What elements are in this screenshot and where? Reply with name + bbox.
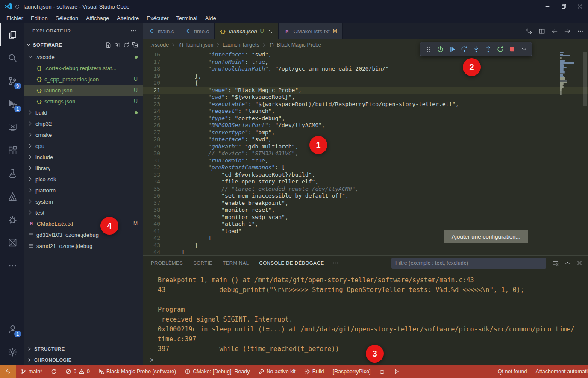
code-line-18[interactable]: 18 "armToolchainPath": "/opt/gcc-arm-non… — [143, 65, 588, 73]
code-line-25[interactable]: 25 "type": "cortex-debug", — [143, 115, 588, 122]
menu-edition[interactable]: Edition — [27, 14, 52, 22]
activity-testing[interactable] — [0, 162, 24, 185]
tree-item-library[interactable]: library — [24, 162, 143, 174]
activity-remote-explorer[interactable] — [0, 115, 24, 139]
step-into-button[interactable] — [470, 44, 482, 55]
activity-extensions[interactable] — [0, 139, 24, 162]
menu-sélection[interactable]: Sélection — [52, 14, 82, 22]
tree-item-.cortex-debug.registers.stat...[interactable]: {}.cortex-debug.registers.stat... — [24, 62, 143, 74]
tree-item-CMakeLists.txt[interactable]: MCMakeLists.txtM — [24, 218, 143, 229]
new-file-button[interactable] — [105, 42, 112, 48]
code-line-32[interactable]: 32 "preRestartCommands": [ — [143, 164, 588, 171]
code-line-30[interactable]: 30 // "device": "STM32L431VC", — [143, 150, 588, 157]
breadcrumb-item[interactable]: {}Black Magic Probe — [269, 42, 321, 48]
filter-input[interactable] — [391, 258, 546, 269]
tree-item-launch.json[interactable]: {}launch.jsonU — [24, 85, 143, 96]
close-panel-button[interactable] — [576, 260, 583, 266]
status-problems[interactable]: 00 — [61, 365, 94, 378]
status-git-branch[interactable]: main* — [16, 365, 47, 378]
more-button[interactable] — [518, 44, 529, 55]
activity-manage[interactable] — [0, 340, 24, 363]
menu-exécuter[interactable]: Exécuter — [143, 14, 172, 22]
refresh-explorer-button[interactable] — [123, 42, 129, 48]
maximize-button[interactable] — [556, 0, 572, 13]
tab-time.c[interactable]: Ctime.c — [179, 23, 215, 39]
code-line-36[interactable]: 36 "set mem inaccessible-by-default off"… — [143, 192, 588, 200]
tree-item-system[interactable]: system — [24, 196, 143, 207]
status-cmake-status[interactable]: CMake: [Debug]: Ready — [180, 365, 254, 378]
menu-terminal[interactable]: Terminal — [173, 14, 201, 22]
code-line-21[interactable]: 21 "name": "Black Magic Probe", — [143, 87, 588, 94]
breadcrumb-item[interactable]: {}launch.json — [178, 42, 213, 48]
step-out-button[interactable] — [482, 44, 494, 55]
code-line-20[interactable]: 20 { — [143, 80, 588, 87]
activity-additional-views[interactable] — [0, 254, 24, 277]
code-line-35[interactable]: 35 // "target extended-remote /dev/ttyAC… — [143, 186, 588, 193]
tree-item-platform[interactable]: platform — [24, 185, 143, 196]
add-configuration-button[interactable]: Ajouter une configuration... — [444, 230, 528, 243]
tree-item-pico-sdk[interactable]: pico-sdk — [24, 174, 143, 185]
section-chronologie[interactable]: CHRONOLOGIE — [24, 354, 143, 365]
status-cmake-build[interactable]: Build — [300, 365, 329, 378]
tree-item-.vscode[interactable]: .vscode — [24, 51, 143, 62]
panel-tab-SORTIE[interactable]: SORTIE — [193, 256, 212, 270]
open-changes-button[interactable] — [526, 28, 532, 35]
tree-item-gd32vf103_ozone.jdebug[interactable]: gd32vf103_ozone.jdebug — [24, 229, 143, 240]
stop-button[interactable] — [506, 44, 517, 55]
editor-scrollbar[interactable] — [583, 52, 587, 106]
activity-search[interactable] — [0, 46, 24, 69]
status-remote-window[interactable] — [0, 365, 16, 378]
continue-button[interactable] — [447, 44, 458, 55]
menu-aide[interactable]: Aide — [201, 14, 220, 22]
console-lines[interactable]: Breakpoint 1, main () at /mnt/data/git/o… — [143, 270, 588, 354]
code-line-34[interactable]: 34 "file open-story-teller.elf", — [143, 178, 588, 186]
status-cmake-debug[interactable] — [375, 365, 389, 378]
tree-item-samd21_ozone.jdebug[interactable]: samd21_ozone.jdebug — [24, 240, 143, 251]
code-line-28[interactable]: 28 "interface": "swd", — [143, 136, 588, 143]
status-sync-changes[interactable] — [47, 365, 61, 378]
panel-tab-CONSOLE DE DÉBOGAGE[interactable]: CONSOLE DE DÉBOGAGE — [259, 256, 324, 270]
code-line-26[interactable]: 26 "BMPGDBSerialPort": "/dev/ttyACM0", — [143, 122, 588, 129]
breadcrumb-item[interactable]: .vscode — [150, 42, 169, 48]
tree-item-cpu[interactable]: cpu — [24, 140, 143, 151]
status-debug-target[interactable]: Black Magic Probe (software) — [94, 365, 180, 378]
status-cmake-launch[interactable] — [389, 365, 404, 378]
explorer-more-icon[interactable] — [130, 27, 137, 34]
section-structure[interactable]: STRUCTURE — [24, 343, 143, 354]
section-software[interactable]: SOFTWARE — [24, 38, 143, 51]
activity-debugger-view[interactable] — [0, 208, 24, 231]
tree-item-c_cpp_properties.json[interactable]: {}c_cpp_properties.jsonU — [24, 74, 143, 85]
clear-console-button[interactable] — [552, 260, 559, 266]
editor-more-actions-button[interactable] — [577, 28, 584, 35]
code-editor[interactable]: 16 "interface": "swd",17 "runToMain": tr… — [143, 50, 588, 255]
tree-item-build[interactable]: build — [24, 107, 143, 118]
collapse-folders-button[interactable] — [132, 42, 138, 48]
restart-button[interactable] — [494, 44, 506, 55]
activity-package-view[interactable] — [0, 231, 24, 254]
close-window-button[interactable] — [572, 0, 588, 13]
code-line-33[interactable]: 33 "cd ${workspaceRoot}/build", — [143, 171, 588, 179]
minimize-button[interactable] — [539, 0, 556, 13]
maximize-panel-button[interactable] — [564, 260, 571, 266]
code-line-23[interactable]: 23 "executable": "${workspaceRoot}/build… — [143, 101, 588, 108]
tab-launch.json[interactable]: {}launch.jsonU — [215, 23, 279, 39]
code-line-44[interactable]: 44 ] — [143, 249, 588, 255]
new-folder-button[interactable] — [114, 42, 121, 48]
activity-source-control[interactable]: 9 — [0, 69, 24, 92]
tab-CMakeLists.txt[interactable]: MCMakeLists.txtM — [279, 23, 342, 39]
tree-item-chip32[interactable]: chip32 — [24, 118, 143, 129]
code-line-40[interactable]: 40 "attach 1", — [143, 221, 588, 228]
activity-run-and-debug[interactable]: 1 — [0, 92, 24, 115]
step-over-button[interactable] — [459, 44, 470, 55]
status-auto-attach[interactable]: Attachement automatique — [532, 365, 588, 378]
activity-cmake-tools[interactable] — [0, 185, 24, 208]
breadcrumb-item[interactable]: Launch Targets — [223, 42, 259, 48]
close-tab-button[interactable] — [268, 29, 273, 34]
activity-explorer[interactable] — [0, 23, 24, 46]
status-qt-status[interactable]: Qt not found — [494, 365, 532, 378]
debug-repl-prompt[interactable]: > — [143, 354, 588, 365]
panel-tab-TERMINAL[interactable]: TERMINAL — [223, 256, 249, 270]
tab-main.c[interactable]: Cmain.c — [143, 23, 179, 39]
code-line-22[interactable]: 22 "cwd": "${workspaceRoot}", — [143, 94, 588, 101]
minimap[interactable] — [558, 52, 581, 95]
